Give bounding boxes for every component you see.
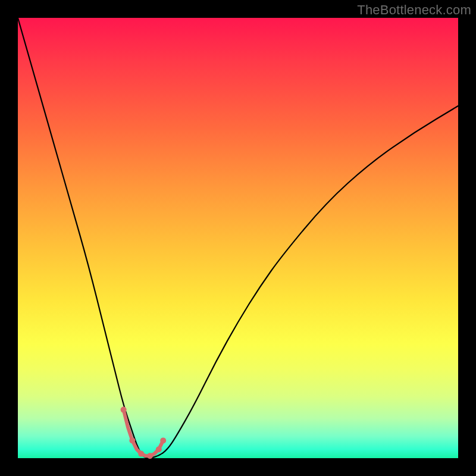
- bottleneck-curve: [18, 18, 458, 458]
- plot-area: [18, 18, 458, 458]
- watermark-text: TheBottleneck.com: [357, 2, 471, 18]
- marker-dot: [121, 407, 127, 413]
- marker-cluster: [121, 407, 167, 459]
- marker-dot: [147, 453, 153, 459]
- marker-dot: [129, 437, 135, 443]
- marker-dot: [156, 446, 162, 452]
- curve-layer: [18, 18, 458, 458]
- marker-dot: [160, 437, 166, 443]
- marker-dot: [138, 451, 144, 457]
- chart-frame: TheBottleneck.com: [0, 0, 476, 476]
